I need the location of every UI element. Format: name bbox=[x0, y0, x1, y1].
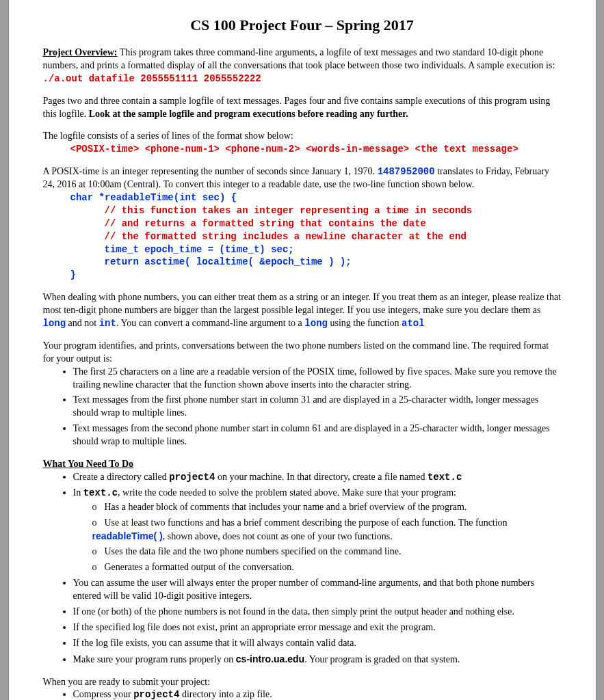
list-item: Make sure your program runs properly on … bbox=[73, 653, 562, 667]
need-2b: , write the code needed to solve the pro… bbox=[118, 487, 456, 498]
need-1a: Create a directory called bbox=[73, 472, 170, 482]
code-line-7: } bbox=[70, 269, 562, 282]
phone-text-1: When dealing with phone numbers, you can… bbox=[43, 292, 562, 315]
need-2a: In bbox=[73, 487, 83, 498]
code-line-3: // and returns a formatted string that c… bbox=[105, 217, 562, 230]
list-item: If the log file exists, you can assume t… bbox=[73, 637, 562, 650]
posix-paragraph: A POSIX-time is an integer representing … bbox=[43, 165, 562, 191]
project4-dirname-2: project4 bbox=[133, 689, 179, 700]
what-you-need-list: Create a directory called project4 on yo… bbox=[43, 471, 562, 667]
code-block: char *readableTime(int sec) { // this fu… bbox=[43, 191, 562, 282]
list-item: Text messages from the second phone numb… bbox=[73, 422, 562, 448]
overview-label: Project Overview: bbox=[43, 47, 118, 57]
list-item: Create a directory called project4 on yo… bbox=[73, 471, 562, 484]
textc-filename: text.c bbox=[428, 472, 462, 483]
project-overview-paragraph: Project Overview: This program takes thr… bbox=[43, 46, 562, 85]
output-format-list: The first 25 characters on a line are a … bbox=[43, 366, 562, 448]
pages-note-emphasis: Look at the sample logfile and program e… bbox=[89, 109, 408, 119]
phone-text-3: . You can convert a command-line argumen… bbox=[116, 318, 304, 328]
code-line-2: // this function takes an integer repres… bbox=[105, 204, 562, 217]
list-item: You can assume the user will always ente… bbox=[73, 577, 562, 603]
page-title: CS 100 Project Four – Spring 2017 bbox=[43, 16, 562, 34]
list-item: Generates a formatted output of the conv… bbox=[92, 561, 562, 574]
submit-1a: Compress your bbox=[73, 689, 134, 699]
project4-dirname: project4 bbox=[169, 472, 215, 483]
submit-1b: directory into a zip file. bbox=[179, 689, 272, 699]
sub-list: Has a header block of comments that incl… bbox=[73, 501, 562, 574]
sub-4: Generates a formatted output of the conv… bbox=[105, 562, 294, 572]
posix-example-number: 1487952000 bbox=[378, 166, 435, 177]
logfile-intro: The logfile consists of a series of line… bbox=[43, 130, 562, 143]
sub-3: Uses the data file and the two phone num… bbox=[105, 546, 402, 556]
list-item: The first 25 characters on a line are a … bbox=[73, 366, 562, 392]
list-item: Uses the data file and the two phone num… bbox=[92, 546, 562, 558]
sub-1: Has a header block of comments that incl… bbox=[105, 502, 467, 512]
pages-note-paragraph: Pages two and three contain a sample log… bbox=[43, 95, 562, 121]
code-line-4: // the formatted string includes a newli… bbox=[105, 230, 562, 243]
logfile-format: <POSIX-time> <phone-num-1> <phone-num-2>… bbox=[70, 143, 562, 156]
phone-text-4: using the function bbox=[328, 318, 402, 328]
submit-intro: When you are ready to submit your projec… bbox=[43, 676, 562, 689]
csintro-host: cs-intro.ua.edu bbox=[236, 654, 304, 664]
list-item: Compress your project4 directory into a … bbox=[73, 688, 562, 700]
atol-keyword: atol bbox=[402, 318, 425, 329]
submit-list: Compress your project4 directory into a … bbox=[43, 688, 562, 700]
identify-intro: Your program identifies, and prints, con… bbox=[43, 340, 562, 366]
code-line-5: time_t epoch_time = (time_t) sec; bbox=[105, 243, 562, 256]
list-item: If one (or both) of the phone numbers is… bbox=[73, 606, 562, 619]
what-you-need-heading: What You Need To Do bbox=[43, 458, 562, 471]
code-line-1: char *readableTime(int sec) { bbox=[70, 191, 562, 204]
need-1b: on your machine. In that directory, crea… bbox=[215, 472, 427, 482]
readabletime-func: readableTime( ) bbox=[92, 530, 163, 541]
phone-number-paragraph: When dealing with phone numbers, you can… bbox=[43, 291, 562, 330]
list-item: Has a header block of comments that incl… bbox=[92, 501, 562, 514]
document-page: CS 100 Project Four – Spring 2017 Projec… bbox=[8, 0, 596, 700]
list-item: Text messages from the first phone numbe… bbox=[73, 394, 562, 420]
list-item: In text.c, write the code needed to solv… bbox=[73, 487, 562, 574]
long-keyword: long bbox=[43, 318, 66, 329]
sample-exec-command: ./a.out datafile 2055551111 2055552222 bbox=[43, 73, 261, 84]
list-item: If the specified log file does not exist… bbox=[73, 621, 562, 634]
list-item: Use at least two functions and has a bri… bbox=[92, 517, 562, 543]
need-7b: . Your program is graded on that system. bbox=[304, 654, 460, 664]
phone-text-2: and not bbox=[66, 318, 99, 328]
int-keyword: int bbox=[99, 318, 116, 329]
code-line-6: return asctime( localtime( &epoch_time )… bbox=[105, 256, 562, 269]
overview-text: This program takes three command-line ar… bbox=[43, 47, 555, 70]
long-keyword-2: long bbox=[304, 318, 328, 329]
need-7a: Make sure your program runs properly on bbox=[73, 654, 236, 664]
posix-text-1: A POSIX-time is an integer representing … bbox=[43, 166, 378, 176]
textc-filename-2: text.c bbox=[83, 487, 118, 498]
sub-2a: Use at least two functions and has a bri… bbox=[105, 517, 508, 528]
sub-2b: , shown above, does not count as one of … bbox=[163, 531, 393, 541]
